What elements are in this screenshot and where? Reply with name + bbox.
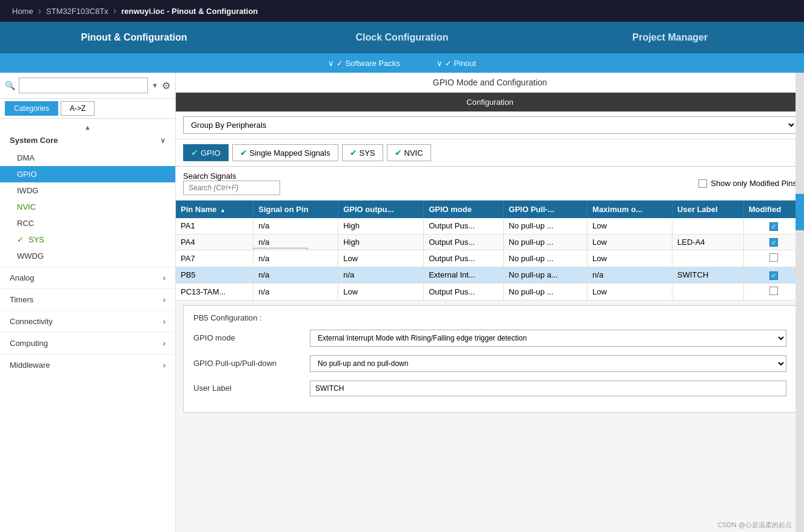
tab-project-manager[interactable]: Project Manager (536, 22, 804, 53)
cell-pin-name: PA1 (176, 218, 253, 234)
breadcrumb-current: renwuyi.ioc - Pinout & Configuration (116, 7, 263, 16)
cell-output: Low (338, 250, 424, 267)
cell-modified[interactable]: ✓ (743, 218, 803, 234)
tab-pinout-configuration[interactable]: Pinout & Configuration (0, 22, 268, 53)
table-row[interactable]: PA7 n/a Low Output Pus... No pull-up ...… (176, 250, 804, 267)
gpio-tab-single-mapped[interactable]: ✔ Single Mapped Signals (232, 144, 338, 161)
modified-checkbox-checked[interactable]: ✓ (769, 271, 778, 280)
tab-az[interactable]: A->Z (61, 101, 95, 116)
modified-checkbox-unchecked[interactable] (769, 253, 778, 262)
sidebar-item-dma[interactable]: DMA (0, 150, 175, 166)
col-header-max-output[interactable]: Maximum o... (588, 201, 672, 218)
sub-tab-pinout[interactable]: ∨ ✓ Pinout (437, 59, 476, 68)
gpio-table: Pin Name ▲ Signal on Pin GPIO outpu... G… (176, 201, 804, 301)
nvic-label: NVIC (17, 202, 36, 211)
gpio-tab-gpio[interactable]: ✔ GPIO (183, 144, 229, 161)
breadcrumb-device[interactable]: STM32F103C8Tx (41, 7, 113, 16)
breadcrumb-home[interactable]: Home (7, 7, 38, 16)
user-label-input[interactable] (310, 381, 786, 396)
table-row[interactable]: PA4 n/a Signal on Pin High Output Pus...… (176, 234, 804, 250)
sidebar-item-rcc[interactable]: RCC (0, 215, 175, 231)
sidebar-group-middleware[interactable]: Middleware › (0, 354, 175, 376)
show-modified-label: Show only Modified Pins (711, 179, 797, 188)
sidebar-item-wwdg[interactable]: WWDG (0, 248, 175, 264)
sidebar-item-iwdg[interactable]: IWDG (0, 182, 175, 199)
modified-checkbox-checked[interactable]: ✓ (769, 222, 778, 231)
table-row[interactable]: PC13-TAM... n/a Low Output Pus... No pul… (176, 283, 804, 300)
col-header-gpio-output[interactable]: GPIO outpu... (338, 201, 424, 218)
chevron-icon-system-core: ∨ (160, 136, 166, 145)
cell-max: n/a (588, 267, 672, 284)
sidebar-group-timers[interactable]: Timers › (0, 288, 175, 310)
gpio-tab-nvic[interactable]: ✔ NVIC (387, 144, 431, 161)
modified-checkbox-checked[interactable]: ✓ (769, 238, 778, 247)
sidebar-group-analog[interactable]: Analog › (0, 267, 175, 288)
cell-modified[interactable] (743, 250, 803, 267)
modified-checkbox-unchecked[interactable] (769, 287, 778, 295)
col-header-gpio-mode[interactable]: GPIO mode (424, 201, 504, 218)
cell-pull: No pull-up ... (504, 234, 588, 250)
sub-tab-software-packs[interactable]: ∨ ✓ Software Packs (328, 59, 400, 68)
up-arrow-icon: ▲ (0, 121, 175, 131)
cell-mode: Output Pus... (424, 218, 504, 234)
cell-pin-name: PB5 (176, 267, 253, 284)
dropdown-arrow-icon[interactable]: ▼ (152, 82, 158, 89)
cell-label: LED-A4 (672, 234, 744, 250)
check-circle-icon-sys: ✔ (350, 148, 357, 158)
table-row[interactable]: PA1 n/a High Output Pus... No pull-up ..… (176, 218, 804, 234)
show-modified-checkbox[interactable] (698, 179, 707, 188)
chevron-right-icon-analog: › (163, 273, 166, 282)
gpio-mode-row: GPIO mode External Interrupt Mode with R… (193, 330, 786, 347)
category-tabs: Categories A->Z (0, 99, 175, 119)
col-header-signal[interactable]: Signal on Pin (253, 201, 338, 218)
sidebar-group-connectivity[interactable]: Connectivity › (0, 310, 175, 332)
cell-output: Low (338, 283, 424, 300)
gpio-tab-single-label: Single Mapped Signals (250, 148, 330, 158)
gpio-pull-row: GPIO Pull-up/Pull-down No pull-up and no… (193, 355, 786, 372)
middleware-label: Middleware (10, 361, 50, 370)
tab-categories[interactable]: Categories (5, 101, 58, 116)
chevron-down-icon: ∨ (328, 59, 334, 68)
gpio-mode-select[interactable]: External Interrupt Mode with Rising/Fall… (310, 330, 786, 347)
search-input[interactable] (19, 78, 148, 93)
sidebar-item-gpio[interactable]: GPIO (0, 166, 175, 182)
search-signals-section: Search Signals (183, 171, 280, 195)
pb5-config-section: PB5 Configuration : GPIO mode External I… (183, 305, 797, 413)
dma-label: DMA (17, 153, 35, 162)
cell-modified[interactable]: ✓ (743, 234, 803, 250)
cell-pull: No pull-up a... (504, 267, 588, 284)
cell-label: SWITCH (672, 267, 744, 284)
group-by-select[interactable]: Group By Peripherals (183, 116, 797, 134)
scrollbar-thumb[interactable] (796, 194, 804, 230)
search-icon: 🔍 (5, 81, 15, 90)
gpio-table-container: Pin Name ▲ Signal on Pin GPIO outpu... G… (176, 201, 804, 301)
col-header-pin-name[interactable]: Pin Name ▲ (176, 201, 253, 218)
gpio-label: GPIO (17, 170, 37, 179)
tab-clock-configuration[interactable]: Clock Configuration (268, 22, 536, 53)
cell-pull: No pull-up ... (504, 283, 588, 300)
col-header-gpio-pull[interactable]: GPIO Pull-... (504, 201, 588, 218)
iwdg-label: IWDG (17, 186, 38, 195)
search-signals-input[interactable] (183, 181, 280, 195)
sidebar-group-system-core[interactable]: System Core ∨ (0, 131, 175, 150)
col-header-user-label[interactable]: User Label (672, 201, 744, 218)
rcc-label: RCC (17, 219, 34, 228)
gpio-pull-select[interactable]: No pull-up and no pull-down (310, 355, 786, 372)
sidebar-item-sys[interactable]: SYS (0, 231, 175, 248)
gpio-tab-sys[interactable]: ✔ SYS (342, 144, 383, 161)
sub-tab-pinout-label: ✓ Pinout (445, 59, 476, 68)
gear-icon[interactable]: ⚙ (162, 80, 170, 91)
gpio-tab-sys-label: SYS (360, 148, 375, 158)
sidebar-item-nvic[interactable]: NVIC (0, 199, 175, 215)
gpio-mode-label: GPIO mode (193, 333, 303, 342)
check-circle-icon-gpio: ✔ (191, 148, 198, 158)
cell-modified[interactable]: ✓ (743, 267, 803, 284)
cell-modified[interactable] (743, 283, 803, 300)
col-header-modified[interactable]: Modified (743, 201, 803, 218)
sidebar-group-computing[interactable]: Computing › (0, 332, 175, 354)
main-tab-bar: Pinout & Configuration Clock Configurati… (0, 22, 804, 53)
table-row[interactable]: PB5 n/a n/a External Int... No pull-up a… (176, 267, 804, 284)
connectivity-label: Connectivity (10, 317, 53, 326)
cell-signal: n/a Signal on Pin (253, 234, 338, 250)
vertical-scrollbar[interactable] (796, 73, 804, 532)
